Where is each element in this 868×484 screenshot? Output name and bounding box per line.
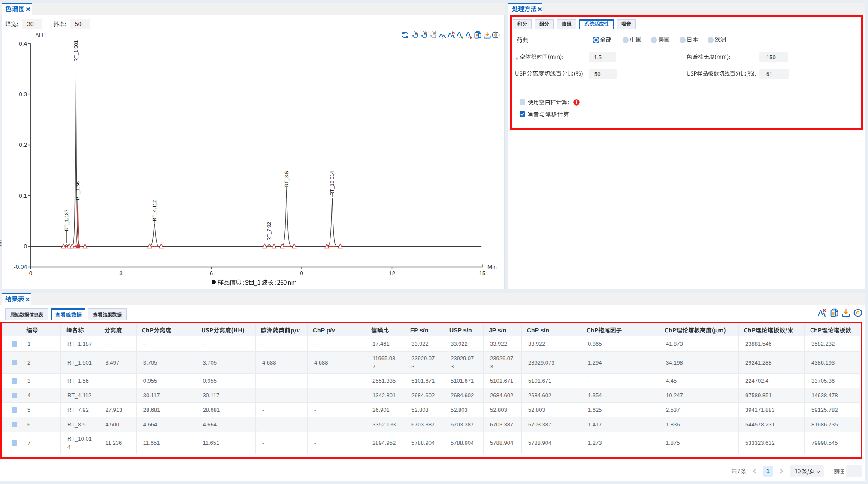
- svg-text:RT_1.501: RT_1.501: [73, 40, 79, 62]
- svg-text:RT_8.5: RT_8.5: [284, 171, 289, 187]
- svg-text:RT_1.56: RT_1.56: [75, 181, 80, 200]
- svg-text:RT_10.014: RT_10.014: [330, 171, 335, 195]
- svg-text:RT_7.92: RT_7.92: [266, 222, 272, 241]
- svg-text:RT_1.187: RT_1.187: [64, 210, 69, 231]
- svg-text:RT_4.112: RT_4.112: [152, 200, 157, 221]
